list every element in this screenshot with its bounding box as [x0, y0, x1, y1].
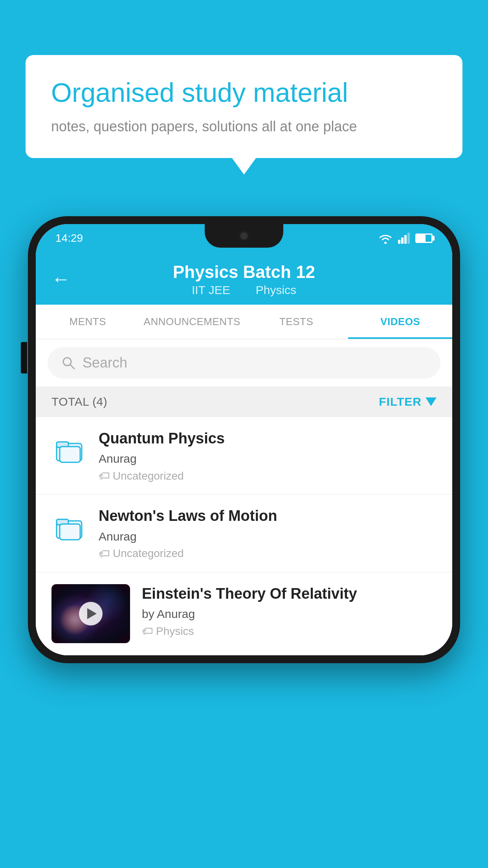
svg-line-5	[70, 365, 74, 369]
item-tag: 🏷 Physics	[142, 625, 437, 638]
speech-bubble: Organised study material notes, question…	[26, 55, 462, 158]
folder-icon	[51, 432, 87, 467]
tab-ments[interactable]: MENTS	[36, 305, 140, 339]
item-content: Newton's Laws of Motion Anurag 🏷 Uncateg…	[99, 506, 437, 560]
tab-announcements[interactable]: ANNOUNCEMENTS	[140, 305, 244, 339]
header-subtitle-part1: IIT JEE	[192, 283, 230, 296]
filter-icon	[426, 397, 437, 406]
header-title: Physics Batch 12	[51, 262, 437, 282]
list-item[interactable]: Newton's Laws of Motion Anurag 🏷 Uncateg…	[36, 495, 452, 572]
speech-bubble-container: Organised study material notes, question…	[26, 55, 462, 158]
signal-icon	[398, 233, 410, 244]
item-content: Einstein's Theory Of Relativity by Anura…	[142, 584, 437, 638]
svg-rect-0	[398, 240, 400, 244]
item-tag: 🏷 Uncategorized	[99, 547, 437, 560]
play-icon	[87, 608, 97, 619]
search-placeholder: Search	[83, 355, 127, 371]
item-author: Anurag	[99, 452, 437, 465]
svg-rect-8	[60, 447, 80, 462]
svg-rect-11	[60, 524, 80, 540]
header-subtitle-part2: Physics	[256, 283, 296, 296]
search-icon	[61, 356, 75, 370]
item-author: Anurag	[99, 530, 437, 543]
folder-icon	[51, 509, 87, 545]
status-time: 14:29	[55, 232, 83, 245]
list-item[interactable]: Einstein's Theory Of Relativity by Anura…	[36, 572, 452, 655]
header-subtitle: IIT JEE Physics	[51, 283, 437, 297]
play-button[interactable]	[79, 602, 103, 625]
tabs-bar: MENTS ANNOUNCEMENTS TESTS VIDEOS	[36, 305, 452, 339]
back-button[interactable]: ←	[51, 268, 70, 289]
phone-body: 14:29	[28, 216, 460, 663]
phone-notch	[205, 224, 283, 248]
battery-icon	[415, 234, 433, 243]
svg-rect-2	[404, 235, 407, 244]
item-title: Newton's Laws of Motion	[99, 506, 437, 526]
filter-button[interactable]: FILTER	[379, 395, 437, 408]
tab-tests[interactable]: TESTS	[244, 305, 349, 339]
filter-bar: TOTAL (4) FILTER	[36, 386, 452, 417]
tag-icon: 🏷	[142, 625, 153, 638]
speech-bubble-subtitle: notes, question papers, solutions all at…	[51, 117, 437, 136]
item-content: Quantum Physics Anurag 🏷 Uncategorized	[99, 429, 437, 482]
svg-rect-1	[401, 237, 404, 244]
tag-icon: 🏷	[99, 547, 110, 560]
item-tag: 🏷 Uncategorized	[99, 469, 437, 482]
header-subtitle-separator	[241, 283, 248, 296]
video-thumbnail	[51, 584, 130, 643]
item-author: by Anurag	[142, 607, 437, 621]
search-bar[interactable]: Search	[48, 347, 440, 379]
item-title: Quantum Physics	[99, 429, 437, 448]
search-container: Search	[36, 339, 452, 386]
list-item[interactable]: Quantum Physics Anurag 🏷 Uncategorized	[36, 417, 452, 495]
total-count: TOTAL (4)	[51, 395, 107, 408]
wifi-icon	[378, 233, 393, 244]
status-icons	[378, 233, 433, 244]
camera-dot	[239, 231, 249, 241]
tag-icon: 🏷	[99, 469, 110, 482]
phone-wrapper: 14:29	[28, 216, 460, 663]
app-header: ← Physics Batch 12 IIT JEE Physics	[36, 252, 452, 305]
speech-bubble-title: Organised study material	[51, 77, 437, 109]
tab-videos[interactable]: VIDEOS	[348, 305, 452, 339]
item-title: Einstein's Theory Of Relativity	[142, 584, 437, 603]
phone-screen: 14:29	[36, 224, 452, 655]
svg-rect-3	[407, 233, 410, 244]
